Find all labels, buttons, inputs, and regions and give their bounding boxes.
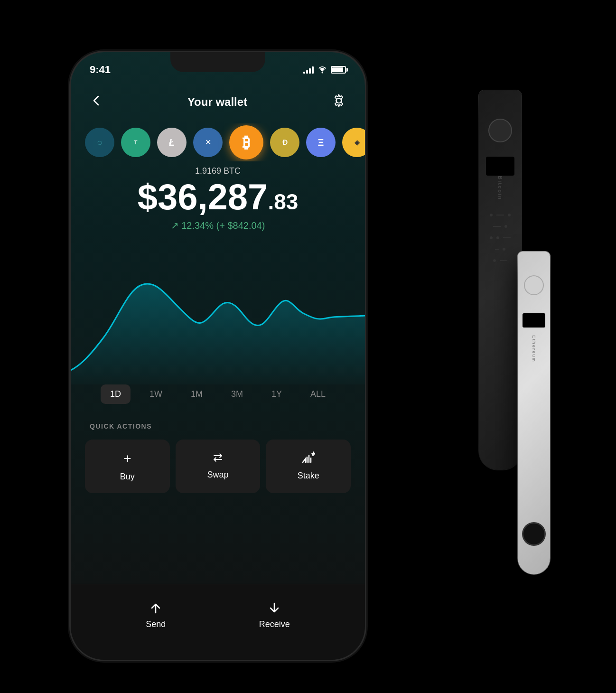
price-chart — [71, 252, 365, 384]
coin-xrp-symbol: ✕ — [205, 139, 211, 146]
phone-screen: 9:41 — [71, 52, 365, 660]
coin-usdt-symbol: T — [134, 140, 138, 145]
signal-icon — [303, 66, 314, 74]
coin-ltc-symbol: Ł — [169, 138, 175, 147]
balance-section: 1.9169 BTC $36,287.83 ↗ 12.34% (+ $842.0… — [71, 166, 365, 231]
quick-actions-section: QUICK ACTIONS + Buy ⇄ Swap — [71, 422, 365, 493]
time-filters: 1D 1W 1M 3M 1Y ALL — [71, 384, 365, 404]
nano-line — [503, 237, 511, 238]
nano-dot — [503, 248, 505, 251]
back-button[interactable] — [90, 94, 103, 111]
nano-line — [500, 260, 507, 261]
nano-dot — [508, 214, 511, 216]
coin-partial[interactable]: ○ — [85, 128, 114, 157]
buy-label: Buy — [120, 472, 135, 482]
ledger-nano-x: Bitcoin — [479, 90, 522, 470]
status-bar: 9:41 — [71, 58, 365, 82]
receive-button[interactable]: Receive — [259, 600, 290, 629]
nano-x-label: Bitcoin — [497, 176, 503, 200]
dollar-cents: .83 — [268, 189, 298, 214]
signal-bar-2 — [306, 70, 308, 74]
buy-icon: + — [123, 451, 131, 466]
nano-icon-row-5 — [493, 259, 507, 262]
stake-label: Stake — [298, 471, 319, 481]
balance-change: ↗ 12.34% (+ $842.04) — [71, 220, 365, 231]
crypto-amount: 1.9169 BTC — [71, 166, 365, 176]
battery-icon — [331, 66, 346, 74]
ledger-nano-s: Ethereum — [518, 252, 550, 574]
nano-dot — [504, 225, 507, 228]
action-buttons: + Buy ⇄ Swap Stake — [85, 440, 351, 493]
stake-icon — [301, 451, 316, 465]
coin-partial-symbol: ○ — [97, 138, 103, 147]
coin-eth[interactable]: Ξ — [306, 128, 336, 157]
status-time: 9:41 — [90, 64, 111, 76]
nano-dot — [496, 236, 499, 239]
nano-x-screen — [486, 157, 514, 176]
coin-eth-symbol: Ξ — [318, 138, 324, 147]
nano-icon-row-2 — [493, 225, 507, 228]
bottom-bar: Send Receive — [71, 584, 365, 660]
change-percent: ↗ 12.34% — [171, 220, 214, 231]
quick-actions-label: QUICK ACTIONS — [85, 422, 351, 430]
swap-icon: ⇄ — [213, 451, 223, 464]
nano-dot — [490, 236, 493, 239]
send-label: Send — [146, 619, 166, 629]
send-button[interactable]: Send — [146, 600, 166, 629]
coin-row: ○ T Ł ✕ ₿ Ɖ Ξ — [71, 123, 365, 161]
receive-icon — [267, 600, 282, 616]
coin-btc[interactable]: ₿ — [229, 125, 263, 159]
nano-dot — [490, 214, 493, 216]
coin-ltc[interactable]: Ł — [157, 128, 187, 157]
time-filter-1w[interactable]: 1W — [140, 384, 172, 404]
dollar-main: $36,287 — [138, 177, 268, 217]
nano-icon-row-3 — [490, 236, 511, 239]
svg-point-0 — [322, 72, 323, 74]
coin-bnb[interactable]: ◈ — [342, 128, 365, 157]
status-icons — [303, 66, 346, 74]
app-header: Your wallet — [71, 85, 365, 119]
nano-icon-row-1 — [490, 214, 511, 216]
swap-button[interactable]: ⇄ Swap — [176, 440, 261, 493]
receive-label: Receive — [259, 619, 290, 629]
nano-x-icons — [490, 214, 511, 262]
settings-button[interactable] — [332, 94, 346, 111]
nano-s-label: Ethereum — [532, 335, 536, 363]
nano-s-button-bottom[interactable] — [522, 522, 546, 546]
battery-fill — [332, 67, 343, 72]
send-icon — [148, 600, 163, 616]
buy-button[interactable]: + Buy — [85, 440, 170, 493]
wifi-icon — [317, 66, 327, 74]
nano-s-screen — [523, 313, 545, 328]
coin-doge-symbol: Ɖ — [282, 139, 288, 146]
phone: 9:41 — [71, 52, 365, 660]
nano-line — [493, 226, 501, 227]
coin-doge[interactable]: Ɖ — [270, 128, 299, 157]
coin-usdt[interactable]: T — [121, 128, 150, 157]
change-dollar: (+ $842.04) — [216, 220, 265, 231]
header-title: Your wallet — [187, 95, 247, 109]
nano-x-button[interactable] — [488, 119, 512, 142]
time-filter-3m[interactable]: 3M — [222, 384, 252, 404]
dollar-amount: $36,287.83 — [71, 179, 365, 215]
nano-line — [495, 249, 499, 250]
coin-btc-symbol: ₿ — [243, 135, 250, 150]
coin-bnb-symbol: ◈ — [355, 139, 360, 146]
back-arrow-icon — [90, 94, 103, 107]
signal-bar-1 — [303, 72, 305, 74]
stake-button[interactable]: Stake — [266, 440, 351, 493]
signal-bar-3 — [309, 68, 311, 74]
time-filter-1m[interactable]: 1M — [181, 384, 212, 404]
nano-dot — [493, 259, 496, 262]
nano-s-button-top[interactable] — [524, 275, 544, 295]
time-filter-1y[interactable]: 1Y — [262, 384, 291, 404]
chart-svg — [71, 252, 365, 384]
time-filter-1d[interactable]: 1D — [101, 384, 131, 404]
gear-icon — [332, 94, 346, 108]
coin-xrp[interactable]: ✕ — [193, 128, 223, 157]
time-filter-all[interactable]: ALL — [301, 384, 335, 404]
swap-label: Swap — [207, 470, 228, 480]
nano-icon-row-4 — [495, 248, 505, 251]
nano-line — [496, 215, 504, 215]
scene: 9:41 — [47, 14, 569, 679]
